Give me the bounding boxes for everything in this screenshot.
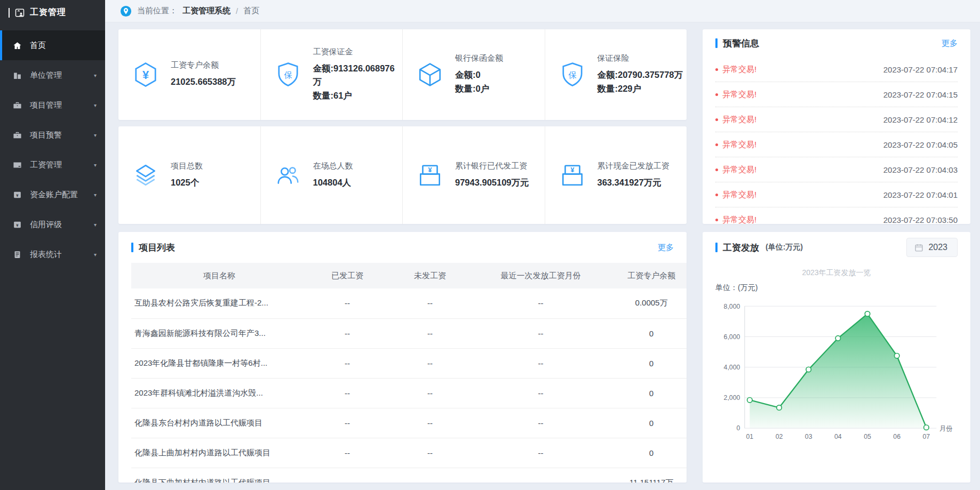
shield-bao-icon: 保 — [275, 61, 301, 88]
cell-balance: 0 — [609, 378, 687, 408]
table-row[interactable]: 2023年化隆县甘都镇隆康一村等6村...------0 — [131, 348, 687, 378]
alert-item[interactable]: 异常交易!2023-07-22 07:04:01 — [715, 182, 958, 207]
stat-cards-row1: ¥工资专户余额21025.665388万保工资保证金金额:913126.0689… — [118, 29, 687, 120]
table-row[interactable]: 互助县农村公路灾后恢复重建工程-2...------0.0005万 — [131, 288, 687, 318]
chevron-down-icon: ▾ — [94, 132, 97, 138]
stat-card-value: 数量:0户 — [455, 82, 503, 96]
table-row[interactable]: 化隆县上曲加村村内道路以工代赈项目------0 — [131, 438, 687, 468]
alert-item[interactable]: 异常交易!2023-07-22 07:04:12 — [715, 107, 958, 132]
cash-yen-icon: ¥ — [417, 162, 443, 189]
alert-dot-icon — [715, 68, 718, 71]
sidebar-item-label: 报表统计 — [30, 250, 91, 260]
column-header: 已发工资 — [307, 263, 387, 288]
alert-text: 异常交易! — [722, 90, 756, 100]
cell-month: -- — [473, 378, 609, 408]
cell-unpaid: -- — [387, 318, 473, 348]
svg-text:6,000: 6,000 — [724, 333, 740, 341]
stat-card-value: 金额:0 — [455, 68, 503, 82]
cell-name: 互助县农村公路灾后恢复重建工程-2... — [131, 288, 307, 318]
project-table: 项目名称已发工资未发工资最近一次发放工资月份工资专户余额 互助县农村公路灾后恢复… — [131, 263, 687, 483]
column-header: 最近一次发放工资月份 — [473, 263, 609, 288]
alert-dot-icon — [715, 219, 718, 221]
cell-balance: 0 — [609, 408, 687, 438]
table-row[interactable]: 化隆县下曲加村村内道路以工代赈项目------11.151117万 — [131, 468, 687, 483]
stat-card: 保保证保险金额:20790.375778万数量:229户 — [545, 29, 687, 120]
cell-month: -- — [473, 288, 609, 318]
alert-timestamp: 2023-07-22 07:04:03 — [883, 165, 958, 174]
cell-unpaid: -- — [387, 348, 473, 378]
cell-unpaid: -- — [387, 468, 473, 483]
cell-balance: 0 — [609, 348, 687, 378]
alert-item[interactable]: 异常交易!2023-07-22 07:04:05 — [715, 132, 958, 157]
stat-card: 银行保函金额金额:0数量:0户 — [403, 29, 545, 120]
sidebar-item-warning[interactable]: 项目预警▾ — [0, 120, 105, 150]
sidebar-item-label: 工资管理 — [30, 160, 91, 170]
stat-card-value: 数量:61户 — [313, 89, 403, 103]
project-list-panel: 项目列表 更多 项目名称已发工资未发工资最近一次发放工资月份工资专户余额 互助县… — [118, 232, 687, 483]
year-selector[interactable]: 2023 — [906, 238, 958, 257]
chevron-down-icon: ▾ — [94, 222, 97, 228]
project-table-header: 项目名称已发工资未发工资最近一次发放工资月份工资专户余额 — [131, 263, 687, 288]
svg-text:月份: 月份 — [939, 425, 953, 432]
alert-dot-icon — [715, 168, 718, 171]
app-logo: 工资管理 — [0, 0, 105, 25]
cell-unpaid: -- — [387, 408, 473, 438]
breadcrumb-root[interactable]: 工资管理系统 — [182, 6, 230, 16]
alert-timestamp: 2023-07-22 07:04:01 — [883, 190, 958, 199]
stat-card-title: 在场总人数 — [313, 161, 353, 171]
cell-name: 化隆县东台村村内道路以工代赈项目 — [131, 408, 307, 438]
alert-item[interactable]: 异常交易!2023-07-22 07:04:03 — [715, 157, 958, 182]
chevron-down-icon: ▾ — [94, 192, 97, 198]
sidebar-item-home[interactable]: 首页 — [0, 30, 105, 60]
svg-text:2,000: 2,000 — [724, 394, 740, 401]
alert-text: 异常交易! — [722, 190, 756, 200]
svg-text:07: 07 — [923, 433, 930, 440]
sidebar-item-project[interactable]: 项目管理▾ — [0, 90, 105, 120]
alert-item[interactable]: 异常交易!2023-07-22 07:04:17 — [715, 57, 958, 82]
table-row[interactable]: 化隆县东台村村内道路以工代赈项目------0 — [131, 408, 687, 438]
app-title: 工资管理 — [30, 7, 66, 18]
title-accent-bar — [131, 243, 133, 252]
sidebar-item-wage[interactable]: 工资管理▾ — [0, 150, 105, 180]
stat-card: ¥累计现金已发放工资363.341927万元 — [545, 126, 687, 224]
chevron-down-icon: ▾ — [94, 73, 97, 78]
stat-card: ¥累计银行已代发工资97943.905109万元 — [403, 126, 545, 224]
project-list-more-link[interactable]: 更多 — [658, 243, 674, 253]
alert-item[interactable]: 异常交易!2023-07-22 07:03:50 — [715, 207, 958, 224]
breadcrumb-current: 首页 — [243, 6, 259, 16]
project-table-body: 互助县农村公路灾后恢复重建工程-2...------0.0005万青海鑫园新能源… — [131, 288, 687, 483]
cell-name: 化隆县上曲加村村内道路以工代赈项目 — [131, 438, 307, 468]
year-value: 2023 — [928, 243, 947, 252]
alert-dot-icon — [715, 93, 718, 96]
wage-chart-unit-suffix: (单位:万元) — [766, 243, 803, 252]
cell-paid: -- — [307, 318, 387, 348]
breadcrumb: 当前位置： 工资管理系统 / 首页 — [105, 0, 980, 22]
alert-item[interactable]: 异常交易!2023-07-22 07:04:15 — [715, 82, 958, 107]
shield-bao-icon: 保 — [559, 61, 586, 88]
cell-paid: -- — [307, 468, 387, 483]
alert-more-link[interactable]: 更多 — [942, 38, 958, 49]
alert-timestamp: 2023-07-22 07:03:50 — [883, 215, 958, 224]
cell-paid: -- — [307, 348, 387, 378]
svg-text:01: 01 — [746, 433, 753, 440]
alert-panel-title: 预警信息 — [715, 37, 759, 50]
stat-card: ¥工资专户余额21025.665388万 — [118, 29, 261, 120]
sidebar-item-fund-account[interactable]: ¥资金账户配置▾ — [0, 180, 105, 210]
cell-name: 青海鑫园新能源科技有限公司年产3... — [131, 318, 307, 348]
sidebar-item-credit[interactable]: ¥信用评级▾ — [0, 210, 105, 239]
sidebar-item-unit[interactable]: 单位管理▾ — [0, 60, 105, 90]
project-list-title: 项目列表 — [131, 242, 175, 254]
svg-text:02: 02 — [776, 433, 783, 440]
table-row[interactable]: 青海鑫园新能源科技有限公司年产3...------0 — [131, 318, 687, 348]
stat-card: 保工资保证金金额:913126.068976万数量:61户 — [261, 29, 403, 120]
svg-text:¥: ¥ — [142, 68, 149, 82]
cell-name: 2023年群科镇滩北村溢洪道沟水毁... — [131, 378, 307, 408]
stat-card-value: 金额:913126.068976万 — [313, 62, 403, 89]
sidebar-item-report[interactable]: 报表统计▾ — [0, 239, 105, 269]
wage-line-chart: 02,0004,0006,0008,00001020304050607月份 — [715, 294, 958, 454]
table-row[interactable]: 2023年群科镇滩北村溢洪道沟水毁...------0 — [131, 378, 687, 408]
cell-month: -- — [473, 438, 609, 468]
svg-text:04: 04 — [834, 433, 842, 440]
svg-text:¥: ¥ — [16, 192, 19, 197]
svg-text:4,000: 4,000 — [724, 364, 740, 371]
